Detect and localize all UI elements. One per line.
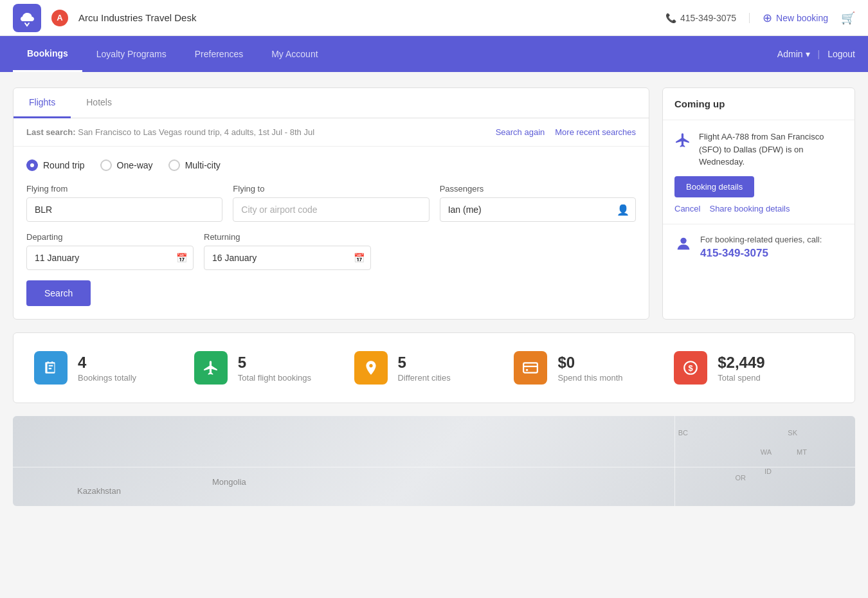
logout-button[interactable]: Logout: [827, 49, 855, 59]
stat-bookings-info: 4 Bookings totally: [78, 354, 136, 383]
nav-divider: |: [818, 49, 820, 59]
stat-spend-month: $0 Spend this month: [514, 351, 674, 385]
chevron-down-icon: ▾: [806, 49, 810, 59]
stat-cities-info: 5 Different cities: [398, 354, 451, 383]
plus-icon: ⊕: [763, 11, 772, 25]
tab-hotels[interactable]: Hotels: [71, 88, 127, 118]
stat-total-spend-info: $2,449 Total spend: [718, 354, 764, 383]
map-label-kazakhstan: Kazakhstan: [77, 486, 121, 496]
search-button[interactable]: Search: [26, 280, 91, 306]
map-label-wa: WA: [761, 448, 772, 456]
form-row-1: Flying from Flying to Passengers 👤: [26, 184, 636, 222]
top-bar-right: 📞 415-349-3075 ⊕ New booking 🛒: [665, 11, 855, 25]
top-bar: A Arcu Industries Travel Desk 📞 415-349-…: [0, 0, 868, 36]
one-way-option[interactable]: One-way: [100, 159, 153, 171]
stat-icon-bookings: [34, 351, 68, 385]
tab-flights[interactable]: Flights: [14, 88, 71, 118]
flying-from-input[interactable]: [26, 197, 222, 222]
support-text: For booking-related queries, call:: [700, 235, 822, 244]
multi-city-option[interactable]: Multi-city: [168, 159, 221, 171]
last-search-bar: Last search: San Francisco to Las Vegas …: [14, 118, 649, 147]
returning-label: Returning: [204, 232, 371, 242]
phone-icon: 📞: [665, 13, 676, 23]
stat-flights-value: 5: [238, 354, 311, 372]
flying-to-input[interactable]: [233, 197, 429, 222]
flying-to-group: Flying to: [233, 184, 429, 222]
svg-rect-1: [524, 363, 538, 372]
flight-info: Flight AA-788 from San Francisco (SFO) t…: [674, 131, 843, 168]
map-label-bc: BC: [678, 429, 688, 437]
flight-icon: [674, 131, 691, 168]
support-person-icon: [674, 235, 692, 257]
stats-row: 4 Bookings totally 5 Total flight bookin…: [13, 332, 855, 403]
stat-icon-cities: [354, 351, 388, 385]
calendar-icon[interactable]: 📅: [176, 253, 187, 263]
map-label-or: OR: [736, 474, 746, 482]
flying-from-label: Flying from: [26, 184, 222, 194]
support-section: For booking-related queries, call: 415-3…: [663, 224, 854, 270]
phone-number: 📞 415-349-3075: [665, 13, 750, 23]
company-avatar: A: [51, 10, 68, 26]
svg-point-0: [680, 237, 686, 243]
cancel-link[interactable]: Cancel: [674, 204, 700, 213]
new-booking-button[interactable]: ⊕ New booking: [763, 11, 828, 25]
stat-spend-month-info: $0 Spend this month: [557, 354, 622, 383]
stat-total-spend-label: Total spend: [718, 373, 764, 383]
person-icon: 👤: [617, 204, 629, 216]
stat-spend-month-value: $0: [557, 354, 622, 372]
top-bar-left: A Arcu Industries Travel Desk: [13, 4, 196, 32]
map-section: Kazakhstan Mongolia BC WA SK MT ID OR: [13, 416, 855, 506]
flight-text: Flight AA-788 from San Francisco (SFO) t…: [699, 131, 843, 168]
map-placeholder: Kazakhstan Mongolia BC WA SK MT ID OR: [13, 416, 855, 506]
svg-point-2: [526, 369, 528, 371]
booking-details-button[interactable]: Booking details: [674, 176, 754, 197]
nav-item-preferences[interactable]: Preferences: [181, 36, 257, 72]
stat-icon-spend-month: [514, 351, 547, 385]
action-links: Cancel Share booking details: [674, 204, 843, 213]
one-way-radio[interactable]: [100, 159, 112, 171]
support-info: For booking-related queries, call: 415-3…: [700, 235, 822, 260]
sidebar-card: Coming up Flight AA-788 from San Francis…: [662, 87, 855, 320]
nav-bar: Bookings Loyalty Programs Preferences My…: [0, 36, 868, 72]
stat-flights-label: Total flight bookings: [238, 373, 311, 383]
passengers-input[interactable]: [440, 197, 636, 222]
map-line-vertical: [674, 416, 675, 506]
multi-city-radio[interactable]: [168, 159, 180, 171]
admin-dropdown[interactable]: Admin ▾: [777, 49, 810, 59]
flying-to-label: Flying to: [233, 184, 429, 194]
nav-item-account[interactable]: My Account: [257, 36, 332, 72]
stat-icon-flights: [194, 351, 228, 385]
trip-type-group: Round trip One-way Multi-city: [26, 159, 636, 171]
returning-group: Returning 📅: [204, 232, 371, 270]
stat-flights: 5 Total flight bookings: [194, 351, 354, 385]
tabs: Flights Hotels: [14, 88, 649, 118]
departing-input[interactable]: [26, 246, 194, 270]
company-name: Arcu Industries Travel Desk: [78, 12, 196, 23]
round-trip-radio[interactable]: [26, 159, 38, 171]
returning-input[interactable]: [204, 246, 371, 270]
nav-item-loyalty[interactable]: Loyalty Programs: [82, 36, 181, 72]
departing-input-wrap: 📅: [26, 246, 194, 270]
logo-icon: [13, 4, 41, 32]
passengers-group: Passengers 👤: [440, 184, 636, 222]
calendar-icon-2[interactable]: 📅: [354, 253, 365, 263]
departing-group: Departing 📅: [26, 232, 194, 270]
coming-up-header: Coming up: [663, 88, 854, 120]
stat-bookings-label: Bookings totally: [78, 373, 136, 383]
stat-spend-month-label: Spend this month: [557, 373, 622, 383]
booking-layout: Flights Hotels Last search: San Francisc…: [13, 87, 855, 320]
form-area: Round trip One-way Multi-city Flying fro…: [14, 147, 649, 319]
support-phone: 415-349-3075: [700, 247, 822, 260]
map-label-id: ID: [764, 467, 772, 475]
round-trip-option[interactable]: Round trip: [26, 159, 85, 171]
nav-item-bookings[interactable]: Bookings: [13, 36, 82, 72]
share-link[interactable]: Share booking details: [709, 204, 790, 213]
stat-total-spend-value: $2,449: [718, 354, 764, 372]
last-search-text: Last search: San Francisco to Las Vegas …: [26, 127, 314, 137]
stat-cities-value: 5: [398, 354, 451, 372]
departing-label: Departing: [26, 232, 194, 242]
cart-icon[interactable]: 🛒: [841, 11, 855, 25]
more-recent-searches-link[interactable]: More recent searches: [555, 127, 636, 137]
search-again-link[interactable]: Search again: [496, 127, 545, 137]
stat-cities: 5 Different cities: [354, 351, 514, 385]
